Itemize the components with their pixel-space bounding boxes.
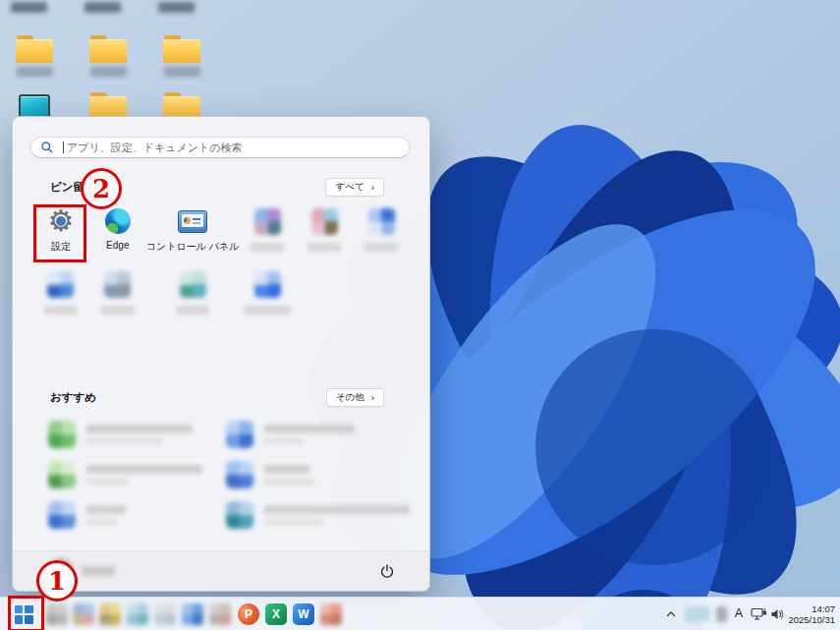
chevron-up-icon bbox=[665, 608, 677, 620]
pinned-app-redacted[interactable] bbox=[146, 268, 240, 323]
recommended-item-redacted[interactable] bbox=[32, 458, 206, 491]
recommended-subtitle-redacted bbox=[264, 437, 304, 445]
all-apps-label: すべて bbox=[335, 181, 364, 194]
recommended-subtitle-redacted bbox=[264, 478, 315, 486]
recommended-list bbox=[32, 418, 410, 532]
recommended-section-title: おすすめ bbox=[50, 390, 96, 405]
pinned-app-redacted[interactable] bbox=[239, 268, 296, 323]
folder-icon bbox=[16, 35, 53, 63]
folder-label-redacted bbox=[90, 67, 127, 77]
clock[interactable]: 14:07 2025/10/31 bbox=[788, 603, 835, 625]
text-caret bbox=[63, 142, 64, 153]
recommended-title-redacted bbox=[264, 505, 410, 514]
taskbar-app-excel[interactable]: X bbox=[265, 603, 287, 625]
desktop-folder[interactable] bbox=[13, 35, 56, 77]
taskbar-app-redacted[interactable] bbox=[73, 603, 94, 625]
annotation-box-start bbox=[8, 596, 44, 630]
taskbar-app-word[interactable]: W bbox=[293, 603, 314, 625]
folder-label-redacted bbox=[17, 67, 53, 77]
app-icon-redacted bbox=[320, 603, 342, 625]
desktop-icon-redacted[interactable] bbox=[81, 0, 124, 13]
recommended-icon-redacted bbox=[226, 461, 253, 488]
pinned-app-label: コントロール パネル bbox=[146, 240, 240, 254]
chevron-right-icon: › bbox=[371, 393, 374, 403]
volume-icon[interactable] bbox=[769, 606, 785, 621]
taskbar-app-redacted[interactable] bbox=[320, 603, 342, 625]
desktop: ピン留め済み すべて › ⚙ 設定 Edge コントロール パネル bbox=[0, 0, 840, 630]
desktop-icon-redacted[interactable] bbox=[7, 0, 50, 13]
control-panel-icon bbox=[178, 210, 207, 233]
folder-icon bbox=[163, 35, 200, 63]
pinned-app-label-redacted bbox=[251, 243, 284, 252]
pinned-app-control-panel[interactable]: コントロール パネル bbox=[146, 205, 240, 260]
pinned-app-redacted[interactable] bbox=[296, 205, 353, 260]
all-apps-button[interactable]: すべて › bbox=[325, 178, 384, 197]
taskbar-app-redacted[interactable] bbox=[209, 603, 231, 625]
pinned-app-edge[interactable]: Edge bbox=[89, 205, 146, 260]
pinned-app-redacted[interactable] bbox=[32, 268, 89, 323]
tray-icon-redacted[interactable] bbox=[685, 606, 710, 622]
speaker-icon bbox=[770, 607, 785, 621]
recommended-item-redacted[interactable] bbox=[210, 458, 410, 491]
tray-icon-redacted[interactable] bbox=[716, 606, 727, 622]
pinned-app-label-redacted bbox=[244, 306, 291, 315]
search-icon bbox=[40, 141, 54, 154]
pinned-app-redacted[interactable] bbox=[239, 205, 296, 260]
taskbar-app-redacted[interactable] bbox=[127, 603, 148, 625]
desktop-icon-label-redacted bbox=[158, 2, 195, 13]
desktop-folder[interactable] bbox=[160, 35, 203, 77]
taskbar-app-powerpoint[interactable]: P bbox=[238, 603, 259, 625]
recommended-icon-redacted bbox=[48, 501, 76, 529]
pinned-app-label-redacted bbox=[176, 306, 209, 315]
recommended-item-redacted[interactable] bbox=[210, 498, 410, 532]
ethernet-icon bbox=[751, 607, 767, 621]
app-icon-redacted bbox=[47, 271, 74, 298]
recommended-subtitle-redacted bbox=[86, 437, 163, 445]
pinned-app-redacted[interactable] bbox=[89, 268, 146, 323]
desktop-icon-redacted[interactable] bbox=[154, 0, 197, 13]
chevron-right-icon: › bbox=[371, 183, 374, 193]
ime-indicator[interactable]: A bbox=[732, 604, 746, 622]
app-icon-redacted bbox=[182, 603, 203, 625]
recommended-icon-redacted bbox=[226, 421, 253, 448]
pinned-app-redacted[interactable] bbox=[353, 205, 410, 260]
app-icon-redacted bbox=[99, 603, 121, 625]
folder-label-redacted bbox=[164, 67, 200, 77]
network-icon[interactable] bbox=[750, 606, 767, 621]
taskbar: P X W A bbox=[0, 597, 840, 630]
annotation-box-settings bbox=[33, 204, 86, 262]
app-icon-redacted bbox=[154, 603, 176, 625]
search-input[interactable] bbox=[30, 137, 410, 158]
pinned-app-label: Edge bbox=[106, 240, 129, 251]
tray-date: 2025/10/31 bbox=[788, 614, 835, 625]
taskbar-app-redacted[interactable] bbox=[154, 603, 176, 625]
recommended-subtitle-redacted bbox=[86, 478, 128, 486]
taskbar-app-redacted[interactable] bbox=[182, 603, 203, 625]
app-icon-redacted bbox=[254, 271, 281, 298]
folder-icon bbox=[89, 35, 127, 63]
pinned-app-label-redacted bbox=[364, 243, 398, 252]
app-icon-redacted bbox=[368, 208, 395, 235]
app-icon-redacted bbox=[73, 603, 94, 625]
recommended-title-redacted bbox=[264, 425, 355, 433]
recommended-item-redacted[interactable] bbox=[32, 498, 206, 532]
app-icon-redacted bbox=[104, 271, 131, 298]
user-name-redacted bbox=[82, 566, 115, 576]
tray-expand-button[interactable] bbox=[664, 607, 678, 621]
recommended-item-redacted[interactable] bbox=[32, 418, 206, 451]
power-icon bbox=[379, 563, 395, 579]
recommended-title-redacted bbox=[86, 425, 193, 433]
recommended-item-redacted[interactable] bbox=[210, 418, 410, 451]
desktop-folder[interactable] bbox=[86, 35, 130, 77]
word-icon: W bbox=[293, 603, 314, 625]
app-icon-redacted bbox=[46, 603, 68, 625]
edge-browser-icon bbox=[105, 208, 131, 234]
app-icon-redacted bbox=[209, 603, 231, 625]
recommended-subtitle-redacted bbox=[264, 518, 323, 526]
power-button[interactable] bbox=[370, 557, 404, 585]
taskbar-app-redacted[interactable] bbox=[46, 603, 68, 625]
taskbar-app-redacted[interactable] bbox=[99, 603, 121, 625]
more-button[interactable]: その他 › bbox=[326, 388, 384, 407]
tray-time: 14:07 bbox=[788, 603, 835, 614]
annotation-step-2: 2 bbox=[81, 168, 122, 209]
